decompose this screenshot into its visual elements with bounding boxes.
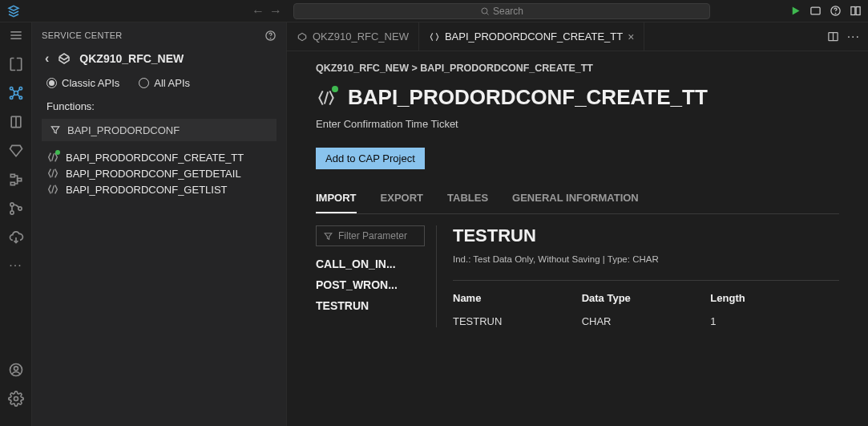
radio-all-apis[interactable]: All APIs [139, 77, 190, 89]
function-large-icon [316, 87, 337, 108]
svg-point-24 [10, 211, 13, 214]
tab-tables[interactable]: TABLES [447, 192, 488, 213]
parameter-filter[interactable]: Filter Parameter [316, 225, 425, 246]
more-actions-icon[interactable]: ··· [847, 30, 860, 44]
filter-icon [50, 124, 61, 136]
more-icon[interactable]: ··· [9, 258, 22, 273]
project-name: QKZ910_RFC_NEW [79, 52, 184, 65]
function-icon [46, 151, 59, 164]
svg-point-23 [10, 203, 13, 206]
functions-filter-input[interactable] [67, 124, 268, 136]
nav-forward-icon[interactable]: → [269, 5, 282, 18]
radio-unchecked-icon [139, 78, 149, 88]
menu-icon[interactable] [8, 27, 24, 43]
tab-import[interactable]: IMPORT [316, 192, 357, 213]
svg-line-18 [12, 95, 14, 97]
back-icon[interactable]: ‹ [45, 51, 49, 66]
param-item-selected[interactable]: TESTRUN [316, 299, 425, 312]
svg-point-14 [10, 96, 12, 99]
functions-filter[interactable] [42, 119, 277, 141]
svg-point-0 [482, 8, 487, 14]
layout-icon[interactable] [850, 5, 862, 17]
radio-checked-icon [46, 78, 57, 88]
radio-classic-apis[interactable]: Classic APIs [46, 77, 119, 89]
svg-line-17 [17, 90, 19, 92]
svg-point-13 [19, 87, 22, 90]
function-item[interactable]: BAPI_PRODORDCONF_GETLIST [32, 181, 286, 197]
svg-rect-20 [10, 174, 14, 176]
param-description: Ind.: Test Data Only, Without Saving | T… [453, 254, 839, 264]
panel-icon[interactable] [809, 5, 822, 17]
svg-line-1 [486, 13, 488, 14]
svg-rect-3 [811, 7, 820, 14]
param-item[interactable]: POST_WRON... [316, 278, 425, 291]
function-icon [46, 183, 59, 196]
account-icon[interactable] [8, 362, 24, 378]
app-logo-icon [6, 4, 21, 18]
tab-export[interactable]: EXPORT [381, 192, 423, 213]
svg-marker-2 [793, 7, 800, 15]
close-icon[interactable]: × [628, 30, 634, 43]
function-icon [46, 167, 59, 180]
param-item[interactable]: CALL_ON_IN... [316, 258, 425, 270]
service-center-icon[interactable] [8, 85, 24, 101]
search-placeholder: Search [493, 6, 523, 17]
editor-area: QKZ910_RFC_NEW BAPI_PRODORDCONF_CREATE_T… [287, 22, 868, 426]
function-item[interactable]: BAPI_PRODORDCONF_GETDETAIL [32, 165, 286, 181]
panel-title: SERVICE CENTER [42, 30, 123, 40]
search-input[interactable]: Search [293, 3, 710, 19]
svg-point-30 [270, 38, 271, 39]
activity-bar: ··· [0, 22, 32, 426]
nav-back-icon[interactable]: ← [252, 5, 264, 18]
system-icon [297, 31, 308, 43]
svg-point-27 [14, 367, 18, 371]
page-subtitle: Enter Confirmation Time Ticket [316, 118, 839, 130]
svg-rect-6 [851, 7, 855, 15]
svg-line-19 [17, 95, 19, 97]
breadcrumb: QKZ910_RFC_NEW > BAPI_PRODORDCONF_CREATE… [316, 63, 839, 74]
explorer-icon[interactable] [8, 56, 24, 72]
outline-icon[interactable] [8, 172, 24, 188]
editor-tab-active[interactable]: BAPI_PRODORDCONF_CREATE_TT × [419, 22, 644, 51]
editor-tab[interactable]: QKZ910_RFC_NEW [287, 22, 419, 51]
cloud-download-icon[interactable] [8, 229, 24, 245]
title-bar: ← → Search [0, 0, 868, 22]
storyboard-icon[interactable] [8, 114, 24, 130]
page-title: BAPI_PRODORDCONF_CREATE_TT [348, 85, 708, 110]
add-to-cap-button[interactable]: Add to CAP Project [316, 148, 425, 169]
panel-help-icon[interactable] [264, 30, 277, 42]
settings-gear-icon[interactable] [8, 391, 24, 407]
svg-point-12 [10, 87, 12, 90]
run-icon[interactable] [789, 5, 801, 17]
svg-point-15 [19, 96, 22, 99]
properties-row: TESTRUN CHAR 1 [453, 315, 839, 327]
filter-icon [323, 231, 333, 241]
svg-point-5 [835, 13, 836, 14]
svg-rect-21 [10, 182, 14, 185]
tab-general-information[interactable]: GENERAL INFORMATION [512, 192, 639, 213]
svg-rect-7 [856, 7, 860, 15]
functions-label: Functions: [32, 97, 286, 116]
param-title: TESTRUN [453, 225, 839, 246]
parameter-filter-placeholder: Filter Parameter [338, 230, 407, 241]
properties-header: Name Data Type Length [453, 292, 839, 304]
search-icon [480, 6, 490, 16]
help-icon[interactable] [830, 5, 842, 17]
svg-line-16 [12, 90, 14, 92]
system-icon [57, 51, 71, 66]
svg-point-28 [14, 397, 18, 401]
function-item[interactable]: BAPI_PRODORDCONF_CREATE_TT [32, 149, 286, 165]
source-control-icon[interactable] [8, 201, 24, 217]
side-panel: SERVICE CENTER ‹ QKZ910_RFC_NEW Classic … [32, 22, 287, 426]
diamond-icon[interactable] [8, 143, 24, 159]
split-editor-icon[interactable] [827, 30, 839, 43]
svg-point-25 [18, 207, 21, 210]
function-icon [429, 31, 440, 43]
